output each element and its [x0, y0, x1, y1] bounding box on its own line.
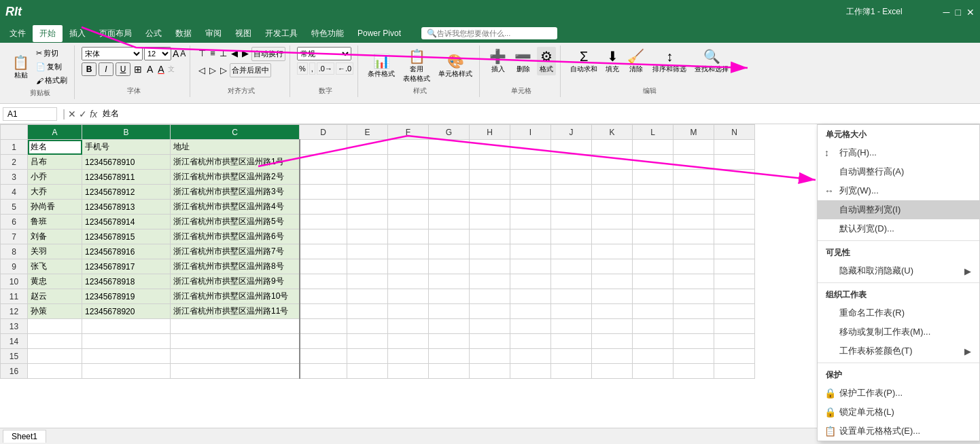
cell-B16[interactable] [82, 364, 171, 379]
cell-K5[interactable] [592, 200, 633, 215]
cell-A13[interactable] [28, 319, 82, 334]
cell-N14[interactable] [714, 334, 755, 349]
ctx-col-width[interactable]: ↔ 列宽(W)... [818, 181, 979, 200]
cell-E3[interactable] [347, 170, 388, 185]
cell-A5[interactable]: 孙尚香 [28, 200, 82, 215]
cell-D3[interactable] [300, 170, 347, 185]
cell-E9[interactable] [347, 259, 388, 274]
cell-M1[interactable] [673, 140, 714, 155]
col-header-f[interactable]: F [388, 125, 429, 140]
cell-D15[interactable] [300, 349, 347, 364]
cell-F9[interactable] [388, 259, 429, 274]
cell-B5[interactable]: 12345678913 [82, 200, 171, 215]
cell-H3[interactable] [470, 170, 510, 185]
cell-J8[interactable] [551, 244, 592, 259]
cell-H12[interactable] [470, 304, 510, 319]
sort-filter-button[interactable]: ↕ 排序和筛选 [650, 47, 689, 75]
cell-I7[interactable] [510, 229, 551, 244]
cell-M10[interactable] [673, 274, 714, 289]
ctx-auto-col-width[interactable]: 自动调整列宽(I) [818, 200, 979, 219]
cell-D11[interactable] [300, 289, 347, 304]
cell-E5[interactable] [347, 200, 388, 215]
cell-N6[interactable] [714, 215, 755, 229]
cell-H9[interactable] [470, 259, 510, 274]
cell-N3[interactable] [714, 170, 755, 185]
cell-J3[interactable] [551, 170, 592, 185]
cell-L15[interactable] [633, 349, 673, 364]
cell-N13[interactable] [714, 319, 755, 334]
ctx-format-cells[interactable]: 📋 设置单元格格式(E)... [818, 422, 979, 441]
cell-A15[interactable] [28, 349, 82, 364]
cell-E11[interactable] [347, 289, 388, 304]
cell-K10[interactable] [592, 274, 633, 289]
cell-N5[interactable] [714, 200, 755, 215]
cancel-edit-icon[interactable]: ✕ [68, 109, 76, 119]
fill-button[interactable]: ⬇ 填充 [603, 47, 622, 75]
cell-L2[interactable] [633, 155, 673, 170]
cell-K9[interactable] [592, 259, 633, 274]
cell-B14[interactable] [82, 334, 171, 349]
cell-F4[interactable] [388, 185, 429, 200]
cell-I2[interactable] [510, 155, 551, 170]
cell-D2[interactable] [300, 155, 347, 170]
cell-M11[interactable] [673, 289, 714, 304]
font-size-select[interactable]: 12 [144, 47, 171, 60]
clear-button[interactable]: 🧹 清除 [625, 47, 647, 75]
indent-inc-icon[interactable]: ▶ [241, 47, 250, 61]
cell-C6[interactable]: 浙江省杭州市拱墅区温州路5号 [171, 215, 300, 229]
cell-I9[interactable] [510, 259, 551, 274]
cell-G9[interactable] [429, 259, 470, 274]
cell-K1[interactable] [592, 140, 633, 155]
cell-D6[interactable] [300, 215, 347, 229]
ctx-rename-sheet[interactable]: 重命名工作表(R) [818, 303, 979, 322]
cell-G8[interactable] [429, 244, 470, 259]
cell-A7[interactable]: 刘备 [28, 229, 82, 244]
cell-N2[interactable] [714, 155, 755, 170]
cell-F14[interactable] [388, 334, 429, 349]
menu-home[interactable]: 开始 [33, 25, 63, 42]
cell-C1[interactable]: 地址 [171, 140, 300, 155]
autosum-button[interactable]: Σ 自动求和 [567, 47, 600, 75]
cut-button[interactable]: ✂剪切 [33, 47, 70, 60]
underline-button[interactable]: U [116, 62, 130, 76]
cell-I5[interactable] [510, 200, 551, 215]
menu-formula[interactable]: 公式 [139, 25, 169, 42]
cell-D13[interactable] [300, 319, 347, 334]
cell-B11[interactable]: 12345678919 [82, 289, 171, 304]
cell-M7[interactable] [673, 229, 714, 244]
cell-K16[interactable] [592, 364, 633, 379]
cell-D14[interactable] [300, 334, 347, 349]
cell-H15[interactable] [470, 349, 510, 364]
col-header-b[interactable]: B [82, 125, 171, 140]
cell-C4[interactable]: 浙江省杭州市拱墅区温州路3号 [171, 185, 300, 200]
cell-L13[interactable] [633, 319, 673, 334]
indent-dec-icon[interactable]: ◀ [230, 47, 239, 61]
col-header-d[interactable]: D [300, 125, 347, 140]
cell-I15[interactable] [510, 349, 551, 364]
right-align-icon[interactable]: ▷ [219, 64, 228, 77]
menu-insert[interactable]: 插入 [63, 25, 92, 42]
cell-J7[interactable] [551, 229, 592, 244]
cell-A2[interactable]: 吕布 [28, 155, 82, 170]
insert-cell-button[interactable]: ➕ 插入 [487, 47, 509, 75]
cell-D4[interactable] [300, 185, 347, 200]
cell-F7[interactable] [388, 229, 429, 244]
align-middle-icon[interactable]: ≡ [209, 47, 217, 61]
cell-G12[interactable] [429, 304, 470, 319]
cell-E7[interactable] [347, 229, 388, 244]
cell-A16[interactable] [28, 364, 82, 379]
cell-M5[interactable] [673, 200, 714, 215]
cell-B10[interactable]: 12345678918 [82, 274, 171, 289]
cell-F3[interactable] [388, 170, 429, 185]
cell-L5[interactable] [633, 200, 673, 215]
cell-L16[interactable] [633, 364, 673, 379]
cell-A14[interactable] [28, 334, 82, 349]
thousand-sep-icon[interactable]: , [309, 62, 315, 75]
cell-D10[interactable] [300, 274, 347, 289]
search-input[interactable] [437, 29, 546, 37]
insert-function-icon[interactable]: fx [90, 109, 97, 119]
sheet-tab[interactable]: Sheet1 [3, 430, 46, 443]
menu-dev[interactable]: 开发工具 [258, 25, 304, 42]
cell-E1[interactable] [347, 140, 388, 155]
decrease-decimal-icon[interactable]: ←.0 [336, 62, 353, 75]
